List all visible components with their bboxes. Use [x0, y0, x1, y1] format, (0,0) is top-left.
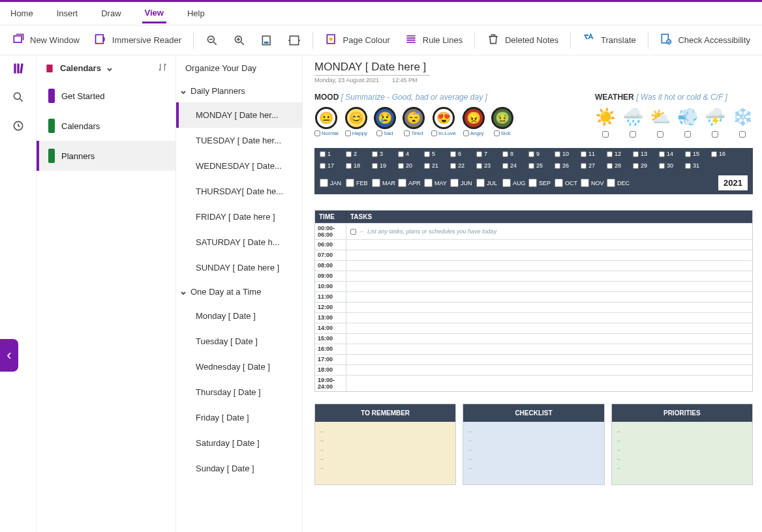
day-8[interactable]: 8 [502, 151, 528, 157]
menu-view[interactable]: View [142, 4, 166, 23]
page-colour-button[interactable]: Page Colour [320, 30, 395, 50]
weather-option-1[interactable]: 🌧️ [622, 107, 643, 138]
new-window-button[interactable]: New Window [7, 30, 85, 50]
page-title[interactable]: MONDAY [ Date here ] [314, 61, 430, 76]
day-6[interactable]: 6 [450, 151, 476, 157]
section-calendars[interactable]: Calendars [37, 111, 175, 141]
check-accessibility-button[interactable]: Check Accessibility [654, 30, 755, 50]
day-5[interactable]: 5 [424, 151, 450, 157]
task-row[interactable]: 00:00-06:00 – List any tasks, plans or s… [315, 223, 752, 239]
month-jul[interactable]: JUL [476, 179, 502, 187]
day-1[interactable]: 1 [320, 151, 346, 157]
mood-checkbox[interactable]: Tired [404, 130, 423, 136]
menu-help[interactable]: Help [185, 5, 207, 22]
day-11[interactable]: 11 [581, 151, 607, 157]
mood-checkbox[interactable]: Sick [494, 130, 511, 136]
page-sunday2[interactable]: Sunday [ Date ] [176, 456, 302, 481]
notebooks-icon[interactable] [12, 62, 25, 75]
page-wednesday[interactable]: WEDNESDAY [ Date... [176, 153, 302, 179]
mood-in-love[interactable]: 😍In-Love [431, 107, 456, 136]
day-22[interactable]: 22 [450, 162, 476, 169]
day-14[interactable]: 14 [659, 151, 685, 157]
section-planners[interactable]: Planners [37, 141, 175, 171]
day-16[interactable]: 16 [711, 151, 737, 157]
weather-checkbox[interactable] [739, 131, 746, 138]
month-may[interactable]: MAY [424, 179, 450, 187]
day-30[interactable]: 30 [659, 162, 685, 169]
menu-draw[interactable]: Draw [99, 5, 123, 22]
zoom-in-button[interactable] [228, 31, 251, 50]
page-tuesday[interactable]: TUESDAY [ Date her... [176, 128, 302, 153]
page-tuesday2[interactable]: Tuesday [ Date ] [176, 329, 302, 354]
menu-insert[interactable]: Insert [54, 5, 81, 22]
task-row[interactable]: 11:00 [315, 291, 752, 302]
page-monday[interactable]: MONDAY [ Date her... [176, 102, 302, 128]
task-row[interactable]: 15:00 [315, 333, 752, 344]
weather-option-4[interactable]: ⛈️ [705, 107, 725, 138]
day-15[interactable]: 15 [685, 151, 711, 157]
zoom-out-button[interactable] [200, 31, 224, 50]
mood-normal[interactable]: 😐Normal [314, 107, 339, 136]
box-remember[interactable]: TO REMEMBER [314, 404, 456, 485]
mood-sad[interactable]: 😢Sad [374, 107, 396, 136]
mood-checkbox[interactable]: Angry [463, 130, 484, 136]
task-row[interactable]: 10:00 [315, 281, 752, 291]
day-18[interactable]: 18 [346, 162, 372, 169]
task-row[interactable]: 13:00 [315, 312, 752, 323]
page-saturday[interactable]: SATURDAY [ Date h... [176, 229, 302, 255]
task-row[interactable]: 14:00 [315, 323, 752, 333]
notebook-picker[interactable]: Calendars [37, 55, 175, 81]
mood-checkbox[interactable]: In-Love [431, 130, 456, 136]
month-dec[interactable]: DEC [607, 179, 633, 187]
deleted-notes-button[interactable]: Deleted Notes [481, 30, 564, 50]
day-26[interactable]: 26 [555, 162, 581, 169]
day-17[interactable]: 17 [320, 162, 346, 169]
day-4[interactable]: 4 [398, 151, 424, 157]
task-row[interactable]: 06:00 [315, 239, 752, 250]
task-row[interactable]: 07:00 [315, 250, 752, 260]
mood-happy[interactable]: 😊Happy [345, 107, 367, 136]
task-row[interactable]: 18:00 [315, 364, 752, 375]
day-28[interactable]: 28 [607, 162, 633, 169]
page-thursday2[interactable]: Thursday [ Date ] [176, 379, 302, 405]
task-checkbox[interactable] [350, 229, 356, 235]
page-wednesday2[interactable]: Wednesday [ Date ] [176, 354, 302, 379]
month-oct[interactable]: OCT [555, 179, 581, 187]
page-group-daily-planners[interactable]: Daily Planners [176, 80, 302, 102]
weather-option-3[interactable]: 💨 [677, 107, 698, 138]
month-mar[interactable]: MAR [372, 179, 398, 187]
day-2[interactable]: 2 [346, 151, 372, 157]
month-nov[interactable]: NOV [581, 179, 607, 187]
page-group-one-day[interactable]: One Day at a Time [176, 280, 302, 303]
weather-option-2[interactable]: ⛅ [650, 107, 671, 138]
weather-checkbox[interactable] [657, 131, 663, 138]
box-checklist[interactable]: CHECKLIST [463, 404, 604, 485]
rule-lines-button[interactable]: Rule Lines [399, 30, 468, 50]
page-saturday2[interactable]: Saturday [ Date ] [176, 430, 302, 456]
mood-angry[interactable]: 😠Angry [463, 107, 485, 136]
box-priorities[interactable]: PRIORITIES [611, 404, 753, 485]
translate-button[interactable]: Translate [577, 30, 641, 50]
month-jan[interactable]: JAN [320, 179, 346, 187]
mood-sick[interactable]: 🤢Sick [491, 107, 513, 136]
day-12[interactable]: 12 [607, 151, 633, 157]
mood-tired[interactable]: 😴Tired [403, 107, 425, 136]
day-23[interactable]: 23 [476, 162, 502, 169]
day-13[interactable]: 13 [633, 151, 659, 157]
weather-checkbox[interactable] [684, 131, 691, 138]
day-21[interactable]: 21 [424, 162, 450, 169]
day-20[interactable]: 20 [398, 162, 424, 169]
day-24[interactable]: 24 [502, 162, 528, 169]
sort-icon[interactable] [157, 62, 168, 74]
month-apr[interactable]: APR [398, 179, 424, 187]
day-9[interactable]: 9 [528, 151, 555, 157]
month-feb[interactable]: FEB [346, 179, 372, 187]
page-width-button[interactable] [282, 31, 306, 50]
page-monday2[interactable]: Monday [ Date ] [176, 303, 302, 329]
day-19[interactable]: 19 [372, 162, 398, 169]
day-25[interactable]: 25 [528, 162, 555, 169]
immersive-reader-button[interactable]: Immersive Reader [89, 30, 187, 50]
day-7[interactable]: 7 [476, 151, 502, 157]
task-row[interactable]: 09:00 [315, 271, 752, 281]
page-canvas[interactable]: MONDAY [ Date here ] Monday, 23 August 2… [303, 55, 762, 532]
